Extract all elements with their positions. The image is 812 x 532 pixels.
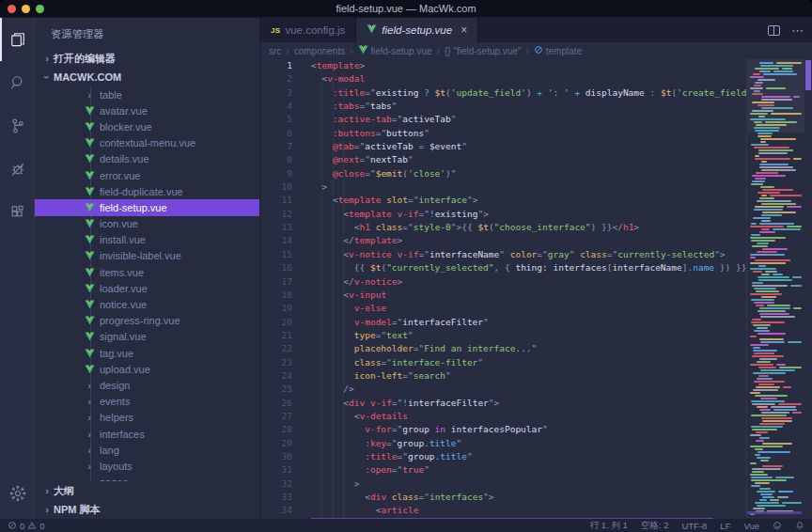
split-editor-icon[interactable] <box>768 25 780 36</box>
source-control-icon[interactable] <box>0 104 35 148</box>
breadcrumb: src›components›field-setup.vue›{} "field… <box>260 42 812 59</box>
tab-field-setup.vue[interactable]: field-setup.vue× <box>356 18 478 42</box>
search-icon[interactable] <box>0 61 35 104</box>
tree-item-icon.vue[interactable]: icon.vue <box>35 216 259 232</box>
tree-item-signal.vue[interactable]: signal.vue <box>35 329 259 345</box>
code-line[interactable]: 20 v-model="interfaceFilter" <box>260 316 812 329</box>
tree-item-loader.vue[interactable]: loader.vue <box>35 280 259 296</box>
code-line[interactable]: 33 <div class="interfaces"> <box>260 491 812 504</box>
tree-item-events[interactable]: ›events <box>35 394 259 410</box>
workspace-root-section[interactable]: › MACWK.COM <box>35 68 259 86</box>
breadcrumb-item-3[interactable]: field-setup.vue <box>358 45 432 56</box>
indentation[interactable]: 空格: 2 <box>641 520 669 532</box>
tree-item-layouts[interactable]: ›layouts <box>35 458 259 474</box>
code-line[interactable]: 17 </v-notice> <box>260 275 812 289</box>
tree-item-progress-ring.vue[interactable]: progress-ring.vue <box>35 313 259 329</box>
scrollbar-thumb[interactable] <box>805 60 811 90</box>
code-line[interactable]: 18 <v-input <box>260 289 812 302</box>
more-actions-icon[interactable]: ⋯ <box>791 23 804 38</box>
code-line[interactable]: 26 <div v-if="!interfaceFilter"> <box>260 397 812 410</box>
code-line[interactable]: 19 v-else <box>260 302 812 315</box>
tree-item-field-duplicate.vue[interactable]: field-duplicate.vue <box>35 183 259 199</box>
minimap[interactable] <box>746 59 804 519</box>
code-line[interactable]: 31 :open="true" <box>260 463 812 477</box>
outline-section[interactable]: › 大纲 <box>35 481 259 500</box>
close-window-button[interactable] <box>8 5 16 13</box>
tree-item-label: events <box>100 396 130 407</box>
zoom-window-button[interactable] <box>36 5 44 13</box>
code-line[interactable]: 29 :key="group.title" <box>260 437 812 450</box>
eol[interactable]: LF <box>720 521 730 531</box>
code-line[interactable]: 2 <v-modal <box>260 72 812 86</box>
vertical-scrollbar[interactable] <box>804 59 812 519</box>
code-line[interactable]: 10 > <box>260 180 812 194</box>
tree-item-label: tag.vue <box>100 348 133 359</box>
tree-item-lang[interactable]: ›lang <box>35 442 259 458</box>
tree-item-contextual-menu.vue[interactable]: contextual-menu.vue <box>35 135 259 151</box>
code-line[interactable]: 6 :buttons="buttons" <box>260 127 812 140</box>
code-line[interactable]: 8 @next="nextTab" <box>260 153 812 166</box>
code-line[interactable]: 32 > <box>260 477 812 491</box>
breadcrumb-item-5[interactable]: template <box>534 45 582 56</box>
breadcrumb-item-4[interactable]: {} "field-setup.vue" <box>445 46 522 56</box>
code-line[interactable]: 1<template> <box>260 59 812 72</box>
minimize-window-button[interactable] <box>22 5 30 13</box>
debug-icon[interactable] <box>0 148 35 191</box>
language-mode[interactable]: Vue <box>743 521 759 531</box>
code-line[interactable]: 25 /> <box>260 383 812 396</box>
feedback-smiley-icon[interactable] <box>773 521 782 530</box>
tree-item-upload.vue[interactable]: upload.vue <box>35 361 259 377</box>
tree-item-table[interactable]: ›table <box>35 86 259 102</box>
tree-item-details.vue[interactable]: details.vue <box>35 151 259 167</box>
code-line[interactable]: 13 <h1 class="style-0">{{ $t("choose_int… <box>260 221 812 234</box>
tree-item-tag.vue[interactable]: tag.vue <box>35 345 259 361</box>
tab-vue.config.js[interactable]: JSvue.config.js <box>260 18 356 42</box>
problems-indicator[interactable]: 0 0 <box>8 521 45 531</box>
breadcrumb-item-2[interactable]: components <box>294 46 345 56</box>
code-line[interactable]: 4 :tabs="tabs" <box>260 100 812 113</box>
tree-item-error.vue[interactable]: error.vue <box>35 167 259 183</box>
code-line[interactable]: 30 :title="group.title" <box>260 450 812 463</box>
breadcrumb-label: {} "field-setup.vue" <box>445 46 522 56</box>
code-line[interactable]: 3 :title="existing ? $t('update_field') … <box>260 86 812 100</box>
code-line[interactable]: 28 v-for="group in interfacesPopular" <box>260 423 812 436</box>
tree-item-blocker.vue[interactable]: blocker.vue <box>35 118 259 134</box>
code-line[interactable]: 11 <template slot="interface"> <box>260 194 812 207</box>
settings-gear-icon[interactable] <box>0 472 35 515</box>
code-line[interactable]: 22 placeholder="Find an interface..." <box>260 342 812 355</box>
npm-scripts-section[interactable]: › NPM 脚本 <box>35 500 259 519</box>
vue-file-icon <box>84 186 95 197</box>
extensions-icon[interactable] <box>0 191 35 234</box>
tree-item-design[interactable]: ›design <box>35 377 259 393</box>
open-editors-section[interactable]: › 打开的编辑器 <box>35 49 259 68</box>
tree-item-interfaces[interactable]: ›interfaces <box>35 426 259 442</box>
code-line[interactable]: 34 <article <box>260 504 812 517</box>
code-line[interactable]: 21 type="text" <box>260 329 812 342</box>
code-line[interactable]: 24 icon-left="search" <box>260 369 812 383</box>
code-line[interactable]: 7 @tab="activeTab = $event" <box>260 140 812 153</box>
code-line[interactable]: 23 class="interface-filter" <box>260 356 812 369</box>
cursor-position[interactable]: 行 1, 列 1 <box>590 520 628 532</box>
code-line[interactable]: 16 {{ $t("currently_selected", { thing: … <box>260 261 812 274</box>
tree-item-notice.vue[interactable]: notice.vue <box>35 296 259 312</box>
tree-item-install.vue[interactable]: install.vue <box>35 232 259 248</box>
tree-item-helpers[interactable]: ›helpers <box>35 410 259 426</box>
tree-item-avatar.vue[interactable]: avatar.vue <box>35 102 259 118</box>
tree-item-field-setup.vue[interactable]: field-setup.vue <box>35 199 259 215</box>
code-editor[interactable]: 1<template>2 <v-modal3 :title="existing … <box>260 59 812 519</box>
code-line[interactable]: 5 :active-tab="activeTab" <box>260 113 812 126</box>
code-line[interactable]: 15 <v-notice v-if="interfaceName" color=… <box>260 248 812 261</box>
breadcrumb-item-1[interactable]: src <box>269 46 281 56</box>
tree-item-items.vue[interactable]: items.vue <box>35 264 259 280</box>
explorer-icon[interactable] <box>0 18 35 61</box>
tree-item-label: blocker.vue <box>100 121 152 133</box>
code-line[interactable]: 9 @close="$emit('close')" <box>260 167 812 180</box>
encoding[interactable]: UTF-8 <box>681 521 707 531</box>
line-number: 19 <box>260 302 292 315</box>
close-tab-icon[interactable]: × <box>461 23 467 37</box>
tree-item-invisible-label.vue[interactable]: invisible-label.vue <box>35 248 259 264</box>
code-line[interactable]: 27 <v-details <box>260 410 812 423</box>
code-line[interactable]: 12 <template v-if="!existing"> <box>260 208 812 221</box>
code-line[interactable]: 14 </template> <box>260 234 812 247</box>
notifications-bell-icon[interactable] <box>795 521 804 530</box>
